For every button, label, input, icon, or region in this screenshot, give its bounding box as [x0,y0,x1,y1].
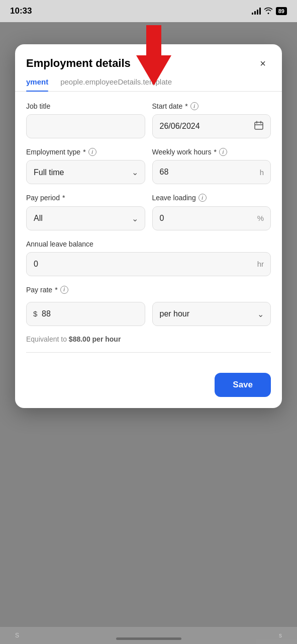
pay-period-select[interactable]: All Weekly Fortnightly Monthly [26,206,145,230]
status-time: 10:33 [10,6,32,16]
job-title-col: Job title [26,102,145,138]
pay-rate-info-icon[interactable]: i [60,286,68,294]
tabs-row: yment people.employeeDetails.template [15,71,282,92]
leave-loading-info-icon[interactable]: i [199,194,207,202]
status-icons: 89 [252,7,287,16]
divider [26,352,271,353]
leave-loading-col: Leave loading i % [152,193,271,230]
pay-rate-unit-select-wrapper: per hour per day per year ⌄ [152,302,271,326]
employment-details-modal: Employment details × yment people.employ… [15,44,282,408]
row-payperiod-leave: Pay period * All Weekly Fortnightly Mont… [26,193,271,230]
row-emptype-hours: Employment type * i Full time Part time … [26,147,271,184]
bottom-bar-left: S [15,632,19,639]
row-pay-rate-inputs: $ per hour per day per year ⌄ [26,302,271,326]
pay-rate-input-wrapper: $ [26,302,145,326]
weekly-hours-label: Weekly work hours * i [152,147,271,156]
weekly-hours-info-icon[interactable]: i [219,148,227,156]
bottom-bar: S s [0,627,297,644]
start-date-input[interactable] [152,114,271,138]
row-job-start: Job title Start date * i [26,102,271,138]
pay-rate-label: Pay rate * i [26,285,271,294]
leave-loading-input-wrapper: % [152,206,271,230]
row-pay-rate-label: Pay rate * i [26,285,271,298]
equivalent-amount: $88.00 per hour [69,335,121,343]
signal-icon [252,8,261,15]
employment-type-label: Employment type * i [26,147,145,156]
start-date-label: Start date * i [152,102,271,111]
pay-period-label: Pay period * [26,193,145,202]
employment-type-info-icon[interactable]: i [88,148,96,156]
wifi-icon [264,7,273,16]
annual-leave-input[interactable] [26,252,271,276]
equivalent-text: Equivalent to $88.00 per hour [26,335,271,343]
pay-period-select-wrapper: All Weekly Fortnightly Monthly ⌄ [26,206,145,230]
pay-rate-amount-col: $ [26,302,145,326]
modal-title: Employment details [26,57,131,70]
form-body: Job title Start date * i [15,92,282,368]
tab-template[interactable]: people.employeeDetails.template [60,77,172,91]
job-title-input[interactable] [26,114,145,138]
modal-header: Employment details × [15,44,282,71]
status-bar: 10:33 89 [0,0,297,22]
start-date-info-icon[interactable]: i [190,102,199,110]
row-annual-leave: Annual leave balance hr [26,239,271,276]
pay-rate-unit-col: per hour per day per year ⌄ [152,302,271,326]
weekly-hours-col: Weekly work hours * i h [152,147,271,184]
tab-payment[interactable]: yment [26,77,48,91]
save-button[interactable]: Save [215,373,271,397]
pay-rate-label-col: Pay rate * i [26,285,271,298]
pay-rate-input[interactable] [26,302,145,326]
job-title-label: Job title [26,102,145,111]
bottom-bar-right: s [279,632,282,639]
close-button[interactable]: × [255,55,271,71]
employment-type-select[interactable]: Full time Part time Casual [26,160,145,184]
pay-rate-unit-select[interactable]: per hour per day per year [152,302,271,326]
employment-type-col: Employment type * i Full time Part time … [26,147,145,184]
annual-leave-col: Annual leave balance hr [26,239,271,276]
annual-leave-label: Annual leave balance [26,239,271,249]
pay-period-col: Pay period * All Weekly Fortnightly Mont… [26,193,145,230]
battery-icon: 89 [276,7,287,15]
employment-type-select-wrapper: Full time Part time Casual ⌄ [26,160,145,184]
weekly-hours-input[interactable] [152,160,271,184]
leave-loading-label: Leave loading i [152,193,271,202]
annual-leave-input-wrapper: hr [26,252,271,276]
leave-loading-input[interactable] [152,206,271,230]
start-date-wrapper [152,114,271,138]
start-date-col: Start date * i [152,102,271,138]
save-button-row: Save [15,368,282,408]
weekly-hours-input-wrapper: h [152,160,271,184]
home-indicator [116,637,181,640]
